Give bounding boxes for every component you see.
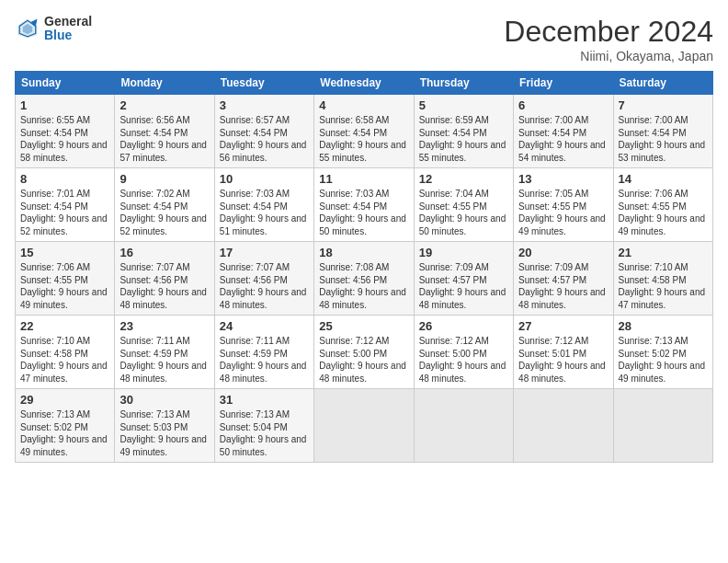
calendar-cell [613,389,712,463]
day-content: Sunrise: 7:03 AM Sunset: 4:54 PM Dayligh… [319,188,408,237]
day-content: Sunrise: 7:06 AM Sunset: 4:55 PM Dayligh… [20,261,109,311]
day-content: Sunrise: 7:00 AM Sunset: 4:54 PM Dayligh… [518,114,608,164]
calendar-cell [514,389,613,463]
calendar-cell: 24 Sunrise: 7:11 AM Sunset: 4:59 PM Dayl… [214,316,313,389]
calendar-cell: 17 Sunrise: 7:07 AM Sunset: 4:56 PM Dayl… [214,242,313,316]
calendar-cell: 8 Sunrise: 7:01 AM Sunset: 4:54 PM Dayli… [16,168,115,242]
logo-blue-text: Blue [44,29,92,42]
day-content: Sunrise: 6:55 AM Sunset: 4:54 PM Dayligh… [20,114,109,164]
calendar-cell: 30 Sunrise: 7:13 AM Sunset: 5:03 PM Dayl… [115,389,214,463]
day-number: 17 [220,246,309,259]
day-number: 21 [619,246,708,259]
calendar-cell: 31 Sunrise: 7:13 AM Sunset: 5:04 PM Dayl… [214,389,313,463]
day-number: 31 [220,393,309,407]
calendar-week-row: 1 Sunrise: 6:55 AM Sunset: 4:54 PM Dayli… [16,95,713,168]
calendar-cell: 25 Sunrise: 7:12 AM Sunset: 5:00 PM Dayl… [314,316,414,389]
calendar-cell: 20 Sunrise: 7:09 AM Sunset: 4:57 PM Dayl… [514,242,613,316]
day-content: Sunrise: 7:06 AM Sunset: 4:55 PM Dayligh… [619,188,708,237]
calendar-cell: 13 Sunrise: 7:05 AM Sunset: 4:55 PM Dayl… [514,168,613,242]
calendar-cell: 19 Sunrise: 7:09 AM Sunset: 4:57 PM Dayl… [414,242,513,316]
calendar-cell: 12 Sunrise: 7:04 AM Sunset: 4:55 PM Dayl… [414,168,513,242]
day-content: Sunrise: 7:12 AM Sunset: 5:00 PM Dayligh… [419,335,508,385]
calendar-cell: 3 Sunrise: 6:57 AM Sunset: 4:54 PM Dayli… [214,95,313,168]
day-content: Sunrise: 7:09 AM Sunset: 4:57 PM Dayligh… [518,261,608,311]
calendar-cell: 27 Sunrise: 7:12 AM Sunset: 5:01 PM Dayl… [514,316,613,389]
calendar-cell: 15 Sunrise: 7:06 AM Sunset: 4:55 PM Dayl… [16,242,115,316]
calendar-cell: 2 Sunrise: 6:56 AM Sunset: 4:54 PM Dayli… [115,95,214,168]
day-content: Sunrise: 7:13 AM Sunset: 5:04 PM Dayligh… [220,408,309,458]
day-number: 2 [119,98,209,112]
day-content: Sunrise: 7:12 AM Sunset: 5:01 PM Dayligh… [518,335,608,385]
calendar-week-row: 8 Sunrise: 7:01 AM Sunset: 4:54 PM Dayli… [16,168,713,242]
calendar-cell: 26 Sunrise: 7:12 AM Sunset: 5:00 PM Dayl… [414,316,513,389]
day-number: 27 [518,319,608,333]
day-number: 16 [119,246,209,259]
calendar-cell [414,389,513,463]
calendar-cell: 14 Sunrise: 7:06 AM Sunset: 4:55 PM Dayl… [613,168,712,242]
calendar-cell: 16 Sunrise: 7:07 AM Sunset: 4:56 PM Dayl… [115,242,214,316]
day-content: Sunrise: 7:07 AM Sunset: 4:56 PM Dayligh… [220,261,309,311]
day-content: Sunrise: 7:13 AM Sunset: 5:03 PM Dayligh… [119,408,209,458]
calendar-cell: 11 Sunrise: 7:03 AM Sunset: 4:54 PM Dayl… [314,168,414,242]
calendar-cell [314,389,414,463]
day-number: 24 [220,319,309,333]
weekday-header-tuesday: Tuesday [214,72,313,95]
weekday-header-monday: Monday [115,72,214,95]
day-content: Sunrise: 7:11 AM Sunset: 4:59 PM Dayligh… [119,335,209,385]
calendar-week-row: 29 Sunrise: 7:13 AM Sunset: 5:02 PM Dayl… [16,389,713,463]
weekday-header-saturday: Saturday [613,72,712,95]
day-content: Sunrise: 6:56 AM Sunset: 4:54 PM Dayligh… [119,114,209,164]
day-number: 23 [119,319,209,333]
day-number: 5 [419,98,508,112]
day-content: Sunrise: 6:57 AM Sunset: 4:54 PM Dayligh… [220,114,309,164]
day-content: Sunrise: 7:07 AM Sunset: 4:56 PM Dayligh… [119,261,209,311]
calendar-cell: 10 Sunrise: 7:03 AM Sunset: 4:54 PM Dayl… [214,168,313,242]
day-content: Sunrise: 6:58 AM Sunset: 4:54 PM Dayligh… [319,114,408,164]
day-content: Sunrise: 7:00 AM Sunset: 4:54 PM Dayligh… [619,114,708,164]
weekday-header-row: SundayMondayTuesdayWednesdayThursdayFrid… [16,72,713,95]
calendar-cell: 1 Sunrise: 6:55 AM Sunset: 4:54 PM Dayli… [16,95,115,168]
day-number: 19 [419,246,508,259]
day-number: 9 [119,172,209,186]
day-number: 18 [319,246,408,259]
calendar-cell: 22 Sunrise: 7:10 AM Sunset: 4:58 PM Dayl… [16,316,115,389]
day-number: 28 [619,319,708,333]
weekday-header-sunday: Sunday [16,72,115,95]
day-number: 22 [20,319,109,333]
calendar-cell: 7 Sunrise: 7:00 AM Sunset: 4:54 PM Dayli… [613,95,712,168]
page-header: General Blue December 2024 Niimi, Okayam… [15,15,713,63]
logo-general-text: General [44,15,92,29]
day-number: 13 [518,172,608,186]
day-number: 4 [319,98,408,112]
day-number: 6 [518,98,608,112]
calendar-cell: 21 Sunrise: 7:10 AM Sunset: 4:58 PM Dayl… [613,242,712,316]
day-content: Sunrise: 7:01 AM Sunset: 4:54 PM Dayligh… [20,188,109,237]
calendar-cell: 6 Sunrise: 7:00 AM Sunset: 4:54 PM Dayli… [514,95,613,168]
calendar-cell: 23 Sunrise: 7:11 AM Sunset: 4:59 PM Dayl… [115,316,214,389]
day-number: 15 [20,246,109,259]
logo: General Blue [15,15,92,43]
day-content: Sunrise: 7:13 AM Sunset: 5:02 PM Dayligh… [619,335,708,385]
day-content: Sunrise: 7:10 AM Sunset: 4:58 PM Dayligh… [619,261,708,311]
logo-text: General Blue [44,15,92,43]
day-content: Sunrise: 7:11 AM Sunset: 4:59 PM Dayligh… [220,335,309,385]
day-number: 1 [20,98,109,112]
day-number: 25 [319,319,408,333]
day-number: 26 [419,319,508,333]
calendar-cell: 29 Sunrise: 7:13 AM Sunset: 5:02 PM Dayl… [16,389,115,463]
day-content: Sunrise: 7:02 AM Sunset: 4:54 PM Dayligh… [119,188,209,237]
day-number: 12 [419,172,508,186]
weekday-header-friday: Friday [514,72,613,95]
calendar-cell: 28 Sunrise: 7:13 AM Sunset: 5:02 PM Dayl… [613,316,712,389]
day-number: 29 [20,393,109,407]
day-content: Sunrise: 6:59 AM Sunset: 4:54 PM Dayligh… [419,114,508,164]
weekday-header-wednesday: Wednesday [314,72,414,95]
calendar-week-row: 22 Sunrise: 7:10 AM Sunset: 4:58 PM Dayl… [16,316,713,389]
calendar-cell: 4 Sunrise: 6:58 AM Sunset: 4:54 PM Dayli… [314,95,414,168]
day-number: 3 [220,98,309,112]
day-number: 7 [619,98,708,112]
title-block: December 2024 Niimi, Okayama, Japan [504,15,713,63]
day-number: 30 [119,393,209,407]
calendar-cell: 18 Sunrise: 7:08 AM Sunset: 4:56 PM Dayl… [314,242,414,316]
day-number: 14 [619,172,708,186]
